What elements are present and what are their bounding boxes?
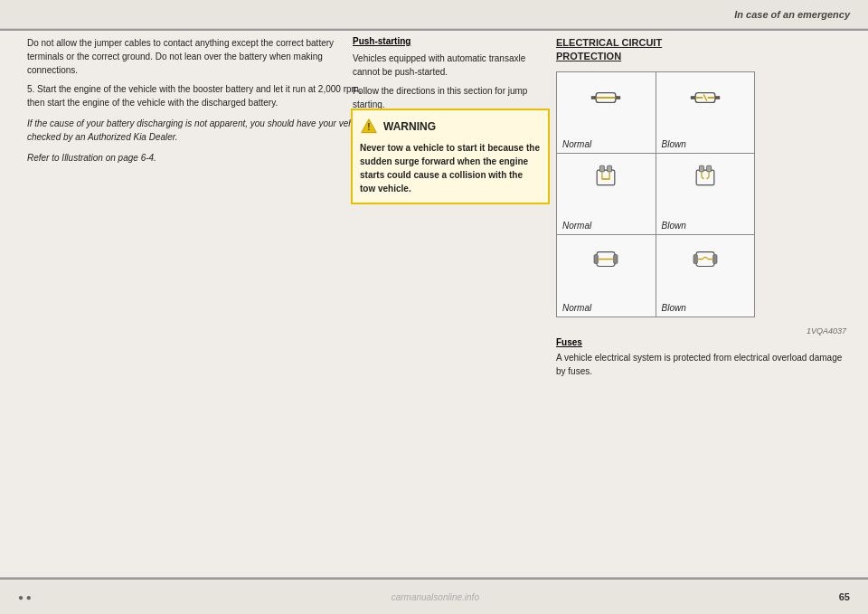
svg-rect-3 <box>591 96 596 99</box>
fuse-cell-blown-2: Blown <box>656 154 755 234</box>
header-line <box>0 29 868 31</box>
push-starting-section: Push-starting Vehicles equipped with aut… <box>353 36 552 118</box>
battery-instructions: Do not allow the jumper cables to contac… <box>27 36 371 109</box>
left-column: Do not allow the jumper cables to contac… <box>27 36 371 569</box>
fuse-label-normal-2: Normal <box>562 221 591 231</box>
footer-bar: ● ● carmanualsonline.info 65 <box>0 578 868 614</box>
fuse-cell-normal-1: Normal <box>557 72 656 153</box>
page-title: In case of an emergency <box>734 9 850 20</box>
svg-rect-16 <box>696 170 714 184</box>
fuse-label-normal-1: Normal <box>562 139 591 149</box>
title-line-1: ELECTRICAL CIRCUIT <box>556 37 662 48</box>
fuse-row-2: Normal <box>557 154 754 235</box>
svg-rect-26 <box>693 254 697 263</box>
right-column: ELECTRICAL CIRCUIT PROTECTION <box>556 36 850 569</box>
svg-rect-12 <box>597 170 615 184</box>
warning-text: Never tow a vehicle to start it because … <box>360 141 541 195</box>
svg-text:!: ! <box>367 122 370 132</box>
fuse-label-blown-3: Blown <box>662 303 686 313</box>
fuse-diagram: Normal <box>556 71 755 317</box>
blown-fuse-svg-1 <box>689 81 722 114</box>
image-code: 1VQA4037 <box>556 325 850 337</box>
fuse-cell-normal-2: Normal <box>557 154 656 234</box>
normal-fuse-svg-3 <box>590 244 622 277</box>
title-line-2: PROTECTION <box>556 51 621 61</box>
svg-line-20 <box>706 176 708 178</box>
blown-fuse-svg-3 <box>689 244 722 277</box>
section-title: ELECTRICAL CIRCUIT PROTECTION <box>556 36 850 64</box>
footer-logo: ● ● <box>18 592 32 602</box>
italic-note-1: If the cause of your battery discharging… <box>27 117 371 144</box>
page-number: 65 <box>839 591 850 602</box>
fuses-description: A vehicle electrical system is protected… <box>556 351 850 378</box>
fuse-normal-illustration-3 <box>590 244 622 277</box>
fuse-cell-normal-3: Normal <box>557 235 656 316</box>
svg-line-11 <box>703 94 707 100</box>
fuse-label-normal-3: Normal <box>562 303 591 313</box>
fuse-label-blown-1: Blown <box>662 139 686 149</box>
push-starting-heading: Push-starting <box>353 36 552 46</box>
svg-rect-27 <box>712 254 716 263</box>
push-starting-text: Vehicles equipped with automatic transax… <box>353 52 552 111</box>
blown-fuse-svg-2 <box>689 163 722 195</box>
fuse-blown-illustration-1 <box>689 81 722 114</box>
push-para-1: Vehicles equipped with automatic transax… <box>353 52 552 79</box>
fuse-normal-illustration-1 <box>590 81 622 114</box>
svg-rect-4 <box>616 96 620 99</box>
push-para-2: Follow the directions in this section fo… <box>353 84 552 111</box>
svg-rect-23 <box>614 254 618 263</box>
fuse-label-blown-2: Blown <box>662 221 686 231</box>
svg-rect-7 <box>691 96 695 99</box>
svg-rect-14 <box>608 165 612 172</box>
warning-label: WARNING <box>383 120 436 133</box>
svg-rect-13 <box>600 165 605 172</box>
page-container: In case of an emergency Do not allow the… <box>0 0 868 614</box>
normal-fuse-svg-1 <box>590 81 622 114</box>
fuse-blown-illustration-3 <box>689 244 722 277</box>
footer-watermark: carmanualsonline.info <box>392 592 479 602</box>
warning-icon: ! <box>360 118 378 136</box>
fuse-row-1: Normal <box>557 72 754 154</box>
fuse-blown-illustration-2 <box>689 163 722 195</box>
fuse-row-3: Normal <box>557 235 754 316</box>
svg-rect-8 <box>715 96 720 99</box>
fuse-normal-illustration-2 <box>590 163 622 195</box>
svg-rect-17 <box>699 165 703 172</box>
paragraph-1: Do not allow the jumper cables to contac… <box>27 36 371 77</box>
warning-header: ! WARNING <box>360 118 541 136</box>
paragraph-2: 5. Start the engine of the vehicle with … <box>27 82 371 109</box>
svg-rect-18 <box>706 165 711 172</box>
svg-rect-22 <box>594 254 598 263</box>
fuse-cell-blown-3: Blown <box>656 235 755 316</box>
fuse-cell-blown-1: Blown <box>656 72 755 153</box>
header-bar: In case of an emergency <box>0 0 868 29</box>
svg-line-19 <box>702 176 703 178</box>
warning-box: ! WARNING Never tow a vehicle to start i… <box>351 109 550 204</box>
fuses-caption: Fuses <box>556 337 850 347</box>
italic-note-2: Refer to Illustration on page 6-4. <box>27 151 371 165</box>
normal-fuse-svg-2 <box>590 163 622 195</box>
